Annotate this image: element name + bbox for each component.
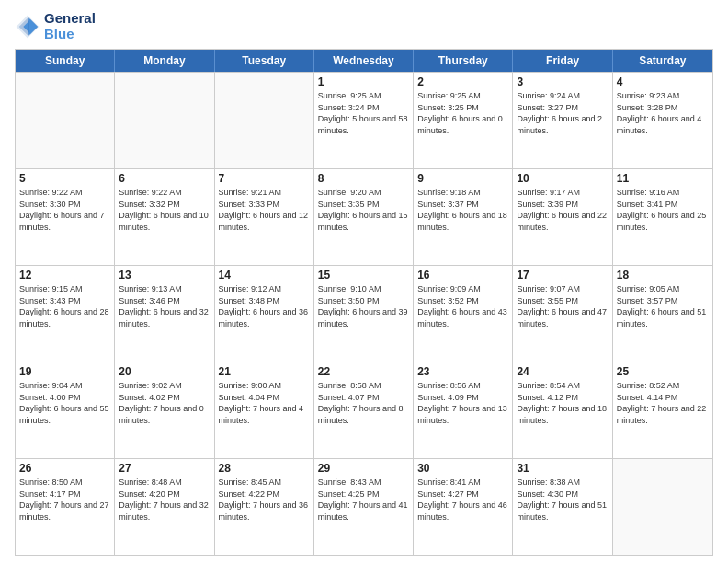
sun-info: Sunrise: 8:38 AM Sunset: 4:30 PM Dayligh… bbox=[517, 477, 608, 523]
sun-info: Sunrise: 8:50 AM Sunset: 4:17 PM Dayligh… bbox=[19, 477, 110, 523]
day-number: 8 bbox=[318, 172, 409, 185]
day-number: 27 bbox=[119, 462, 210, 475]
sun-info: Sunrise: 9:09 AM Sunset: 3:52 PM Dayligh… bbox=[417, 283, 508, 329]
day-number: 13 bbox=[119, 269, 210, 282]
day-number: 25 bbox=[617, 365, 709, 378]
day-cell-29: 29Sunrise: 8:43 AM Sunset: 4:25 PM Dayli… bbox=[314, 459, 414, 555]
day-number: 17 bbox=[517, 269, 608, 282]
day-cell-4: 4Sunrise: 9:23 AM Sunset: 3:28 PM Daylig… bbox=[613, 73, 712, 168]
sun-info: Sunrise: 9:23 AM Sunset: 3:28 PM Dayligh… bbox=[617, 90, 709, 136]
day-header-wednesday: Wednesday bbox=[314, 50, 414, 72]
sun-info: Sunrise: 9:16 AM Sunset: 3:41 PM Dayligh… bbox=[617, 187, 709, 233]
day-cell-27: 27Sunrise: 8:48 AM Sunset: 4:20 PM Dayli… bbox=[115, 459, 214, 555]
day-cell-19: 19Sunrise: 9:04 AM Sunset: 4:00 PM Dayli… bbox=[16, 362, 115, 458]
sun-info: Sunrise: 9:25 AM Sunset: 3:24 PM Dayligh… bbox=[318, 90, 409, 136]
day-cell-13: 13Sunrise: 9:13 AM Sunset: 3:46 PM Dayli… bbox=[115, 266, 214, 362]
sun-info: Sunrise: 8:41 AM Sunset: 4:27 PM Dayligh… bbox=[417, 477, 508, 523]
day-cell-10: 10Sunrise: 9:17 AM Sunset: 3:39 PM Dayli… bbox=[513, 169, 612, 265]
svg-marker-4 bbox=[29, 17, 38, 35]
calendar-row-2: 5Sunrise: 9:22 AM Sunset: 3:30 PM Daylig… bbox=[16, 168, 712, 265]
day-number: 7 bbox=[219, 172, 310, 185]
day-number: 15 bbox=[318, 269, 409, 282]
day-cell-26: 26Sunrise: 8:50 AM Sunset: 4:17 PM Dayli… bbox=[16, 459, 115, 555]
sun-info: Sunrise: 9:12 AM Sunset: 3:48 PM Dayligh… bbox=[219, 283, 310, 329]
day-number: 6 bbox=[119, 172, 210, 185]
day-cell-21: 21Sunrise: 9:00 AM Sunset: 4:04 PM Dayli… bbox=[215, 362, 314, 458]
day-number: 20 bbox=[119, 365, 210, 378]
day-cell-8: 8Sunrise: 9:20 AM Sunset: 3:35 PM Daylig… bbox=[314, 169, 414, 265]
day-cell-24: 24Sunrise: 8:54 AM Sunset: 4:12 PM Dayli… bbox=[513, 362, 612, 458]
day-cell-3: 3Sunrise: 9:24 AM Sunset: 3:27 PM Daylig… bbox=[513, 73, 612, 168]
day-cell-11: 11Sunrise: 9:16 AM Sunset: 3:41 PM Dayli… bbox=[613, 169, 712, 265]
logo: General Blue bbox=[15, 11, 96, 41]
sun-info: Sunrise: 9:22 AM Sunset: 3:32 PM Dayligh… bbox=[119, 187, 210, 233]
sun-info: Sunrise: 9:25 AM Sunset: 3:25 PM Dayligh… bbox=[417, 90, 508, 136]
header: General Blue bbox=[15, 11, 713, 41]
day-number: 14 bbox=[219, 269, 310, 282]
sun-info: Sunrise: 9:18 AM Sunset: 3:37 PM Dayligh… bbox=[417, 187, 508, 233]
sun-info: Sunrise: 9:17 AM Sunset: 3:39 PM Dayligh… bbox=[517, 187, 608, 233]
day-cell-23: 23Sunrise: 8:56 AM Sunset: 4:09 PM Dayli… bbox=[414, 362, 513, 458]
day-number: 2 bbox=[417, 75, 508, 88]
sun-info: Sunrise: 9:21 AM Sunset: 3:33 PM Dayligh… bbox=[219, 187, 310, 233]
calendar-row-5: 26Sunrise: 8:50 AM Sunset: 4:17 PM Dayli… bbox=[16, 458, 712, 555]
day-number: 9 bbox=[417, 172, 508, 185]
sun-info: Sunrise: 9:00 AM Sunset: 4:04 PM Dayligh… bbox=[219, 380, 310, 426]
sun-info: Sunrise: 8:45 AM Sunset: 4:22 PM Dayligh… bbox=[219, 477, 310, 523]
day-header-monday: Monday bbox=[115, 50, 214, 72]
day-cell-30: 30Sunrise: 8:41 AM Sunset: 4:27 PM Dayli… bbox=[414, 459, 513, 555]
day-number: 18 bbox=[617, 269, 709, 282]
day-number: 10 bbox=[517, 172, 608, 185]
day-cell-14: 14Sunrise: 9:12 AM Sunset: 3:48 PM Dayli… bbox=[215, 266, 314, 362]
sun-info: Sunrise: 9:02 AM Sunset: 4:02 PM Dayligh… bbox=[119, 380, 210, 426]
day-cell-15: 15Sunrise: 9:10 AM Sunset: 3:50 PM Dayli… bbox=[314, 266, 414, 362]
sun-info: Sunrise: 9:13 AM Sunset: 3:46 PM Dayligh… bbox=[119, 283, 210, 329]
day-cell-empty bbox=[613, 459, 712, 555]
day-cell-5: 5Sunrise: 9:22 AM Sunset: 3:30 PM Daylig… bbox=[16, 169, 115, 265]
sun-info: Sunrise: 9:24 AM Sunset: 3:27 PM Dayligh… bbox=[517, 90, 608, 136]
day-cell-12: 12Sunrise: 9:15 AM Sunset: 3:43 PM Dayli… bbox=[16, 266, 115, 362]
calendar-body: 1Sunrise: 9:25 AM Sunset: 3:24 PM Daylig… bbox=[16, 72, 712, 555]
day-number: 23 bbox=[417, 365, 508, 378]
day-cell-7: 7Sunrise: 9:21 AM Sunset: 3:33 PM Daylig… bbox=[215, 169, 314, 265]
day-number: 12 bbox=[19, 269, 110, 282]
sun-info: Sunrise: 9:07 AM Sunset: 3:55 PM Dayligh… bbox=[517, 283, 608, 329]
day-number: 28 bbox=[219, 462, 310, 475]
day-number: 26 bbox=[19, 462, 110, 475]
day-number: 31 bbox=[517, 462, 608, 475]
day-cell-25: 25Sunrise: 8:52 AM Sunset: 4:14 PM Dayli… bbox=[613, 362, 712, 458]
day-number: 30 bbox=[417, 462, 508, 475]
day-header-thursday: Thursday bbox=[414, 50, 513, 72]
day-header-tuesday: Tuesday bbox=[215, 50, 314, 72]
sun-info: Sunrise: 8:48 AM Sunset: 4:20 PM Dayligh… bbox=[119, 477, 210, 523]
sun-info: Sunrise: 8:56 AM Sunset: 4:09 PM Dayligh… bbox=[417, 380, 508, 426]
calendar-header: SundayMondayTuesdayWednesdayThursdayFrid… bbox=[16, 50, 712, 72]
day-header-friday: Friday bbox=[513, 50, 612, 72]
sun-info: Sunrise: 9:22 AM Sunset: 3:30 PM Dayligh… bbox=[19, 187, 110, 233]
day-number: 21 bbox=[219, 365, 310, 378]
day-cell-31: 31Sunrise: 8:38 AM Sunset: 4:30 PM Dayli… bbox=[513, 459, 612, 555]
sun-info: Sunrise: 8:58 AM Sunset: 4:07 PM Dayligh… bbox=[318, 380, 409, 426]
day-cell-empty bbox=[16, 73, 115, 168]
sun-info: Sunrise: 9:04 AM Sunset: 4:00 PM Dayligh… bbox=[19, 380, 110, 426]
logo-icon bbox=[15, 14, 40, 40]
day-number: 11 bbox=[617, 172, 709, 185]
calendar-row-4: 19Sunrise: 9:04 AM Sunset: 4:00 PM Dayli… bbox=[16, 362, 712, 458]
day-cell-9: 9Sunrise: 9:18 AM Sunset: 3:37 PM Daylig… bbox=[414, 169, 513, 265]
sun-info: Sunrise: 9:05 AM Sunset: 3:57 PM Dayligh… bbox=[617, 283, 709, 329]
page: General Blue SundayMondayTuesdayWednesda… bbox=[0, 0, 728, 563]
calendar-row-3: 12Sunrise: 9:15 AM Sunset: 3:43 PM Dayli… bbox=[16, 265, 712, 362]
day-cell-2: 2Sunrise: 9:25 AM Sunset: 3:25 PM Daylig… bbox=[414, 73, 513, 168]
day-cell-empty bbox=[215, 73, 314, 168]
sun-info: Sunrise: 9:15 AM Sunset: 3:43 PM Dayligh… bbox=[19, 283, 110, 329]
sun-info: Sunrise: 9:10 AM Sunset: 3:50 PM Dayligh… bbox=[318, 283, 409, 329]
day-number: 16 bbox=[417, 269, 508, 282]
day-cell-empty bbox=[115, 73, 214, 168]
day-cell-1: 1Sunrise: 9:25 AM Sunset: 3:24 PM Daylig… bbox=[314, 73, 414, 168]
sun-info: Sunrise: 8:54 AM Sunset: 4:12 PM Dayligh… bbox=[517, 380, 608, 426]
calendar: SundayMondayTuesdayWednesdayThursdayFrid… bbox=[15, 49, 713, 556]
logo-text: General Blue bbox=[44, 11, 96, 41]
sun-info: Sunrise: 8:43 AM Sunset: 4:25 PM Dayligh… bbox=[318, 477, 409, 523]
day-cell-18: 18Sunrise: 9:05 AM Sunset: 3:57 PM Dayli… bbox=[613, 266, 712, 362]
day-cell-16: 16Sunrise: 9:09 AM Sunset: 3:52 PM Dayli… bbox=[414, 266, 513, 362]
